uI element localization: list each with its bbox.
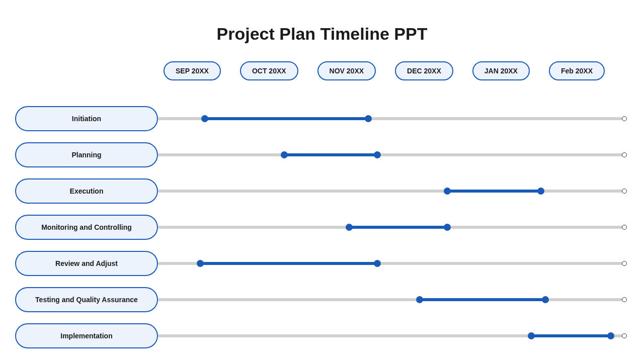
task-label: Monitoring and Controlling <box>15 215 158 240</box>
month-pill: Feb 20XX <box>549 61 605 80</box>
track-end-marker <box>622 297 627 302</box>
gantt-row: Initiation <box>15 101 629 137</box>
bar-end-dot <box>537 188 544 195</box>
months-header: SEP 20XX OCT 20XX NOV 20XX DEC 20XX JAN … <box>164 61 626 80</box>
bar-start-dot <box>281 151 288 158</box>
bar-end-dot <box>542 296 549 303</box>
gantt-row: Review and Adjust <box>15 245 629 282</box>
bar-end-dot <box>374 151 381 158</box>
bar-start-dot <box>346 224 353 231</box>
track-end-marker <box>622 225 627 230</box>
gantt-row: Planning <box>15 137 629 173</box>
bar-start-dot <box>197 260 204 267</box>
month-pill: NOV 20XX <box>317 61 376 80</box>
gantt-track <box>158 298 625 301</box>
task-label: Initiation <box>15 106 158 131</box>
bar-start-dot <box>528 332 535 339</box>
month-pill: JAN 20XX <box>472 61 530 80</box>
bar-end-dot <box>607 332 614 339</box>
bar-end-dot <box>444 224 451 231</box>
gantt-bar <box>531 334 611 337</box>
gantt-row: Execution <box>15 173 629 209</box>
bar-start-dot <box>416 296 423 303</box>
gantt-row: Monitoring and Controlling <box>15 209 629 245</box>
gantt-bar <box>284 153 378 156</box>
gantt-row: Implementation <box>15 318 629 354</box>
gantt-rows: Initiation Planning Execution Monitoring… <box>15 101 629 354</box>
track-end-marker <box>622 261 627 266</box>
gantt-bar <box>447 190 541 193</box>
bar-start-dot <box>201 115 208 122</box>
task-label: Testing and Quality Assurance <box>15 287 158 312</box>
task-label: Planning <box>15 142 158 167</box>
task-label: Implementation <box>15 323 158 348</box>
track-end-marker <box>622 152 627 157</box>
bar-end-dot <box>365 115 372 122</box>
task-label: Execution <box>15 178 158 204</box>
track-end-marker <box>622 189 627 194</box>
gantt-bar <box>200 262 378 265</box>
track-end-marker <box>622 116 627 121</box>
bar-end-dot <box>374 260 381 267</box>
gantt-track <box>158 190 625 193</box>
task-label: Review and Adjust <box>15 251 158 276</box>
month-pill: OCT 20XX <box>240 61 298 80</box>
gantt-row: Testing and Quality Assurance <box>15 282 629 318</box>
gantt-bar <box>420 298 546 301</box>
page-title: Project Plan Timeline PPT <box>0 24 644 44</box>
month-pill: SEP 20XX <box>164 61 221 80</box>
gantt-track <box>158 153 625 156</box>
month-pill: DEC 20XX <box>395 61 453 80</box>
gantt-bar <box>205 117 368 120</box>
track-end-marker <box>622 333 627 338</box>
bar-start-dot <box>444 188 451 195</box>
gantt-bar <box>349 226 447 229</box>
